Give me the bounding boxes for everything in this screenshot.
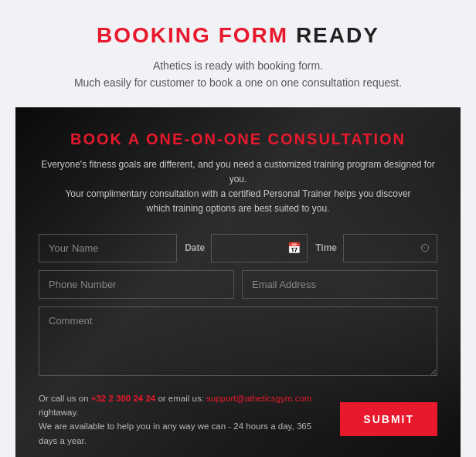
email-link[interactable]: support@atheticsgym.com bbox=[206, 394, 311, 403]
email-field bbox=[242, 270, 437, 299]
phone-field bbox=[39, 270, 234, 299]
row-name-date-time: Date 06/03/2019 📅 Time 10:30 AM ⏲ bbox=[39, 234, 437, 262]
booking-form-container: BOOK A ONE-ON-ONE CONSULTATION Everyone'… bbox=[15, 107, 461, 457]
title-highlight: BOOKING FORM bbox=[97, 23, 288, 47]
form-description: Everyone's fitness goals are different, … bbox=[39, 157, 437, 217]
submit-button[interactable]: SUBMIT bbox=[340, 402, 437, 436]
date-input-wrap: 06/03/2019 📅 bbox=[211, 234, 308, 262]
comment-input[interactable] bbox=[39, 306, 437, 376]
date-input[interactable]: 06/03/2019 bbox=[212, 235, 281, 262]
date-group: Date 06/03/2019 📅 bbox=[185, 234, 308, 262]
name-field bbox=[39, 234, 177, 262]
clock-icon: ⏲ bbox=[413, 242, 437, 254]
time-group: Time 10:30 AM ⏲ bbox=[315, 234, 437, 262]
date-label: Date bbox=[185, 242, 205, 253]
time-label: Time bbox=[315, 242, 337, 253]
calendar-icon: 📅 bbox=[281, 242, 307, 254]
page-subtitle: Athetics is ready with booking form. Muc… bbox=[74, 57, 402, 92]
row-phone-email bbox=[39, 270, 437, 299]
footer-text: Or call us on +32 2 300 24 24 or email u… bbox=[39, 391, 325, 449]
form-footer: Or call us on +32 2 300 24 24 or email u… bbox=[39, 391, 437, 449]
phone-input[interactable] bbox=[39, 270, 234, 299]
phone-link[interactable]: +32 2 300 24 24 bbox=[91, 394, 155, 403]
time-input[interactable]: 10:30 AM bbox=[344, 235, 413, 262]
row-comment bbox=[39, 306, 437, 384]
title-ready: READY bbox=[296, 23, 379, 47]
form-title: BOOK A ONE-ON-ONE CONSULTATION bbox=[39, 130, 437, 148]
name-input[interactable] bbox=[39, 234, 177, 262]
page-title: BOOKING FORM READY bbox=[74, 23, 402, 48]
form-content: BOOK A ONE-ON-ONE CONSULTATION Everyone'… bbox=[39, 130, 437, 448]
page-header: BOOKING FORM READY Athetics is ready wit… bbox=[74, 23, 402, 92]
email-input[interactable] bbox=[242, 270, 437, 299]
time-input-wrap: 10:30 AM ⏲ bbox=[343, 234, 437, 262]
